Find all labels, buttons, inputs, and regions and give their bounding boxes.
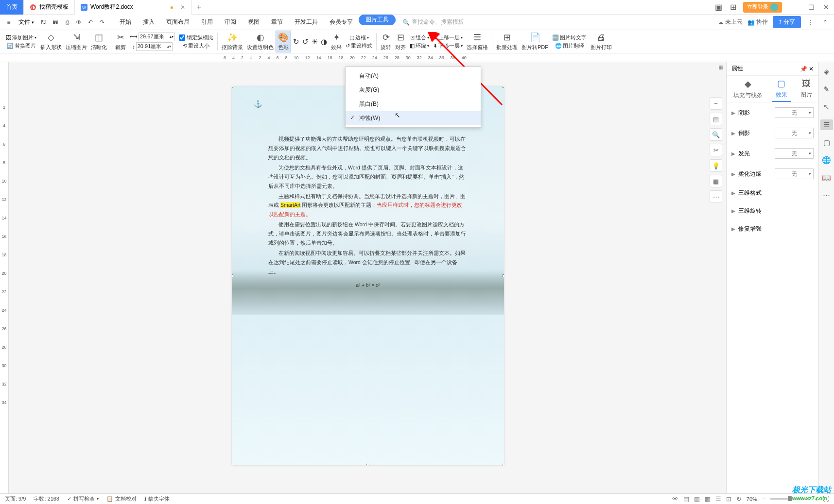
missing-font[interactable]: ℹ缺失字体 xyxy=(144,495,170,503)
selection-handle[interactable] xyxy=(366,464,369,465)
eye-icon[interactable]: 👁 xyxy=(672,495,678,503)
selection-handle[interactable] xyxy=(503,86,504,88)
crop-btn[interactable]: ✂ xyxy=(710,144,722,156)
contrast-icon[interactable]: ◑ xyxy=(321,37,327,46)
tab-vip[interactable]: 会员专享 xyxy=(324,15,359,30)
zoom-refresh-icon[interactable]: ↻ xyxy=(736,495,742,503)
selection-handle[interactable] xyxy=(232,464,233,465)
save-as-icon[interactable]: 🖬 xyxy=(51,17,60,27)
height-input[interactable]: 20.91厘米▴▾ xyxy=(136,42,173,51)
down-layer-button[interactable]: ⬇下移一层▾ xyxy=(433,42,463,50)
combine-button[interactable]: ⊡组合▾ xyxy=(410,34,429,41)
more-btn[interactable]: ⋯ xyxy=(710,190,722,203)
file-menu[interactable]: 文件▾ xyxy=(16,18,37,26)
page-status[interactable]: 页面: 9/9 xyxy=(5,495,26,503)
zoom-out-icon[interactable]: − xyxy=(762,495,766,503)
print-preview-icon[interactable]: 👁 xyxy=(74,17,84,27)
effects-button[interactable]: ✦效果 xyxy=(329,32,344,51)
view1-icon[interactable]: ▤ xyxy=(683,495,689,503)
tab-active-doc[interactable]: W Word教程2.docx ● ✕ xyxy=(75,0,191,15)
selection-handle[interactable] xyxy=(503,274,504,277)
prop-fix-enhance[interactable]: ▶修复增强 xyxy=(727,220,818,238)
word-count[interactable]: 字数: 2163 xyxy=(34,495,59,503)
prop-tab-fill[interactable]: ◆填充与线条 xyxy=(730,77,766,101)
sharpen-button[interactable]: ◫清晰化 xyxy=(89,32,109,51)
edge-more-icon[interactable]: ⋯ xyxy=(822,190,832,200)
to-text-button[interactable]: 🔤图片转文字 xyxy=(552,34,587,41)
tab-picture-tools[interactable]: 图片工具 xyxy=(359,15,396,25)
tab-view[interactable]: 视图 xyxy=(242,15,265,30)
color-washout-item[interactable]: 冲蚀(W) xyxy=(346,111,481,125)
rotate-cw-icon[interactable]: ↻ xyxy=(293,37,299,46)
tab-dev[interactable]: 开发工具 xyxy=(289,15,324,30)
spell-check[interactable]: ✓拼写检查▾ xyxy=(67,495,99,503)
rotate-ccw-icon[interactable]: ↺ xyxy=(302,37,309,46)
close-tab-icon[interactable]: ✕ xyxy=(180,4,185,11)
color-auto-item[interactable]: 自动(A) xyxy=(346,69,481,83)
selection-handle[interactable] xyxy=(232,274,233,277)
color-button[interactable]: 🎨色彩 xyxy=(276,31,291,52)
replace-picture-button[interactable]: 🔄替换图片 xyxy=(7,42,36,50)
prop-glow[interactable]: ▶发光无 xyxy=(727,143,818,164)
add-picture-button[interactable]: 🖼添加图片▾ xyxy=(6,34,36,41)
reset-style-button[interactable]: ↺重设样式 xyxy=(346,42,372,50)
view3-icon[interactable]: ▦ xyxy=(705,495,711,503)
close-icon[interactable]: ✕ xyxy=(823,3,829,11)
hamburger-icon[interactable]: ≡ xyxy=(4,17,14,27)
crop-button[interactable]: ✂裁剪 xyxy=(113,32,128,51)
grid-icon[interactable]: ⊞ xyxy=(729,3,737,12)
view5-icon[interactable]: ⊡ xyxy=(726,495,731,503)
tab-section[interactable]: 章节 xyxy=(265,15,289,30)
edge-pen-icon[interactable]: ✎ xyxy=(822,84,832,94)
new-tab-button[interactable]: + xyxy=(191,3,206,12)
fullscreen-icon[interactable]: ⛶ xyxy=(823,495,829,503)
edge-list-icon[interactable]: ☰ xyxy=(820,119,833,130)
remove-bg-button[interactable]: ✨抠除背景 xyxy=(220,32,245,51)
collab-button[interactable]: 👥协作 xyxy=(747,18,768,26)
reset-size-button[interactable]: ⟲重设大小 xyxy=(183,42,209,50)
prop-3d-format[interactable]: ▶三维格式 xyxy=(727,184,818,202)
share-button[interactable]: ⤴分享 xyxy=(773,16,801,28)
selection-handle[interactable] xyxy=(232,86,233,88)
search-input[interactable]: 🔍 查找命令、搜索模板 xyxy=(402,18,464,26)
reflect-select[interactable]: 无 xyxy=(775,128,814,138)
collapse-ribbon-icon[interactable]: ⌃ xyxy=(820,17,830,27)
transparency-button[interactable]: ◐设置透明色 xyxy=(245,32,276,51)
more-icon[interactable]: ⋮ xyxy=(806,17,816,27)
indent-marker-icon[interactable]: ⌂ xyxy=(250,55,252,60)
save-icon[interactable]: 🖫 xyxy=(39,17,49,27)
translate-button[interactable]: 🌐图片翻译 xyxy=(555,42,584,50)
view4-icon[interactable]: ☰ xyxy=(715,495,721,503)
edge-cursor-icon[interactable]: ↖ xyxy=(822,102,832,112)
idea-btn[interactable]: 💡 xyxy=(710,159,722,172)
up-layer-button[interactable]: ⬆上移一层▾ xyxy=(433,34,463,41)
prop-soft-edge[interactable]: ▶柔化边缘无 xyxy=(727,164,818,184)
compress-button[interactable]: ⇲压缩图片 xyxy=(64,32,89,51)
zoom-value[interactable]: 70% xyxy=(747,496,757,502)
document-page[interactable]: ⚓ 2.2 XXX 视频提供了功能强大的方法帮助您证明您的观点。当您单击联机视频… xyxy=(232,86,504,465)
select-pane-button[interactable]: ☰选择窗格 xyxy=(465,32,490,51)
width-input[interactable]: 29.67厘米▴▾ xyxy=(139,33,175,41)
shadow-select[interactable]: 无 xyxy=(775,107,814,118)
close-panel-icon[interactable]: ✕ xyxy=(809,66,814,72)
zoom-slider[interactable] xyxy=(770,498,809,500)
maximize-icon[interactable]: ☐ xyxy=(808,3,815,11)
undo-icon[interactable]: ↶ xyxy=(86,17,95,27)
batch-button[interactable]: ⊞批量处理 xyxy=(494,32,520,51)
zoom-in-icon[interactable]: + xyxy=(814,495,818,503)
tab-start[interactable]: 开始 xyxy=(114,15,137,30)
rotate-button[interactable]: ⟳旋转 xyxy=(379,32,393,51)
prop-tab-pic[interactable]: 🖼图片 xyxy=(797,77,816,101)
view2-icon[interactable]: ▥ xyxy=(694,495,700,503)
proofread[interactable]: 📋文档校对 xyxy=(106,495,137,503)
to-pdf-button[interactable]: 📄图片转PDF xyxy=(520,32,550,51)
edge-box-icon[interactable]: ▢ xyxy=(822,138,832,148)
lock-ratio-checkbox[interactable]: 锁定纵横比 xyxy=(179,34,213,41)
horizontal-ruler[interactable]: 642 ⌂ 2468101214161820222426283032343638… xyxy=(0,53,834,62)
tab-review[interactable]: 审阅 xyxy=(219,15,242,30)
layout-icon[interactable]: ▣ xyxy=(714,3,723,12)
layers-btn[interactable]: ▦ xyxy=(710,175,722,187)
color-gray-item[interactable]: 灰度(G) xyxy=(346,83,481,97)
redo-icon[interactable]: ↷ xyxy=(97,17,107,27)
align-button[interactable]: ⊟对齐 xyxy=(393,32,408,51)
